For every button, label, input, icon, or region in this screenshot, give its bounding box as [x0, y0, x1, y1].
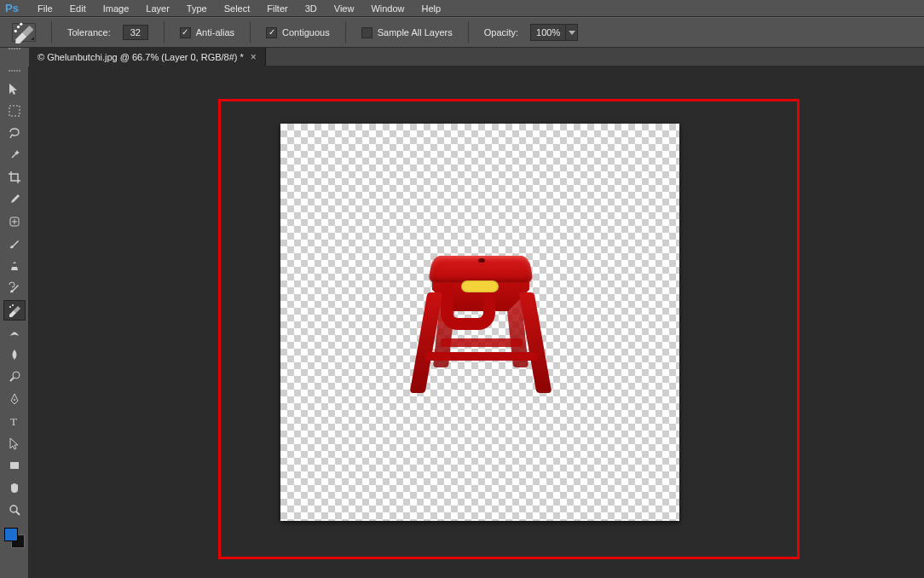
path-selection-tool[interactable] — [3, 433, 26, 454]
document-canvas[interactable] — [280, 124, 679, 521]
type-tool[interactable]: T — [3, 411, 26, 431]
gradient-tool[interactable] — [3, 322, 26, 343]
opacity-label: Opacity: — [484, 27, 518, 38]
contiguous-checkbox[interactable]: Contiguous — [266, 27, 330, 38]
svg-text:T: T — [10, 415, 17, 428]
opacity-dropdown-button[interactable] — [565, 25, 577, 40]
opacity-input[interactable]: 100% — [530, 24, 578, 41]
panel-grip[interactable] — [0, 48, 29, 55]
chevron-down-icon — [569, 31, 575, 35]
sample-all-checkbox[interactable]: Sample All Layers — [361, 27, 453, 38]
color-swatches[interactable] — [3, 527, 26, 549]
opacity-value: 100% — [531, 27, 565, 38]
healing-brush-tool[interactable] — [3, 211, 26, 232]
menu-edit[interactable]: Edit — [61, 2, 95, 15]
tools-panel: T — [0, 66, 29, 578]
separator — [345, 21, 346, 43]
canvas-area[interactable] — [29, 66, 924, 578]
pen-tool[interactable] — [3, 389, 26, 409]
checkbox-icon — [361, 27, 372, 38]
zoom-tool[interactable] — [3, 500, 26, 520]
marquee-tool[interactable] — [3, 101, 26, 121]
tolerance-label: Tolerance: — [67, 27, 111, 38]
antialias-label: Anti-alias — [196, 27, 234, 38]
document-tab[interactable]: © Ghelunbutchi.jpg @ 66.7% (Layer 0, RGB… — [29, 48, 266, 66]
separator — [51, 21, 52, 43]
svg-point-6 — [12, 304, 14, 306]
crop-tool[interactable] — [3, 167, 26, 188]
separator — [468, 21, 469, 43]
antialias-checkbox[interactable]: Anti-alias — [180, 27, 234, 38]
close-icon[interactable]: × — [251, 51, 257, 63]
app-logo[interactable]: Ps — [2, 1, 22, 16]
clone-stamp-tool[interactable] — [3, 256, 26, 276]
panel-grip[interactable] — [3, 70, 26, 75]
menu-bar: Ps File Edit Image Layer Type Select Fil… — [0, 0, 924, 17]
red-stool-image — [407, 251, 560, 413]
menu-3d[interactable]: 3D — [297, 2, 326, 15]
svg-point-12 — [10, 506, 17, 512]
foreground-color-swatch[interactable] — [4, 528, 18, 541]
blur-tool[interactable] — [3, 344, 26, 365]
svg-line-8 — [10, 378, 14, 381]
tolerance-input[interactable] — [123, 25, 148, 40]
tab-title: © Ghelunbutchi.jpg @ 66.7% (Layer 0, RGB… — [38, 52, 244, 62]
menu-view[interactable]: View — [326, 2, 363, 15]
menu-help[interactable]: Help — [413, 2, 450, 15]
svg-point-7 — [13, 372, 20, 379]
svg-point-2 — [20, 23, 22, 26]
move-tool[interactable] — [3, 78, 26, 99]
menu-window[interactable]: Window — [362, 2, 413, 15]
svg-point-0 — [17, 26, 20, 28]
background-eraser-icon — [13, 21, 35, 43]
separator — [164, 21, 165, 43]
svg-point-1 — [14, 30, 17, 32]
menu-filter[interactable]: Filter — [258, 2, 296, 15]
background-eraser-tool[interactable] — [3, 300, 26, 321]
eyedropper-tool[interactable] — [3, 189, 26, 210]
brush-tool[interactable] — [3, 234, 26, 254]
sponge-tool[interactable] — [3, 367, 26, 387]
menu-image[interactable]: Image — [95, 2, 138, 15]
contiguous-label: Contiguous — [282, 27, 330, 38]
menu-layer[interactable]: Layer — [137, 2, 178, 15]
options-bar: Tolerance: Anti-alias Contiguous Sample … — [0, 17, 924, 48]
rectangle-tool[interactable] — [3, 455, 26, 476]
document-tabs: © Ghelunbutchi.jpg @ 66.7% (Layer 0, RGB… — [29, 48, 924, 66]
menu-type[interactable]: Type — [178, 2, 216, 15]
lasso-tool[interactable] — [3, 123, 26, 143]
checkbox-icon — [266, 27, 277, 38]
current-tool-badge[interactable] — [12, 23, 36, 42]
checkbox-icon — [180, 27, 191, 38]
svg-line-13 — [16, 512, 20, 515]
sample-all-label: Sample All Layers — [378, 27, 453, 38]
menu-file[interactable]: File — [29, 2, 61, 15]
hand-tool[interactable] — [3, 477, 26, 498]
svg-rect-11 — [10, 462, 19, 469]
separator — [250, 21, 251, 43]
history-brush-tool[interactable] — [3, 278, 26, 298]
menu-select[interactable]: Select — [216, 2, 259, 15]
magic-wand-tool[interactable] — [3, 145, 26, 165]
svg-point-5 — [9, 306, 11, 308]
svg-point-9 — [14, 399, 15, 401]
svg-rect-3 — [9, 106, 20, 116]
